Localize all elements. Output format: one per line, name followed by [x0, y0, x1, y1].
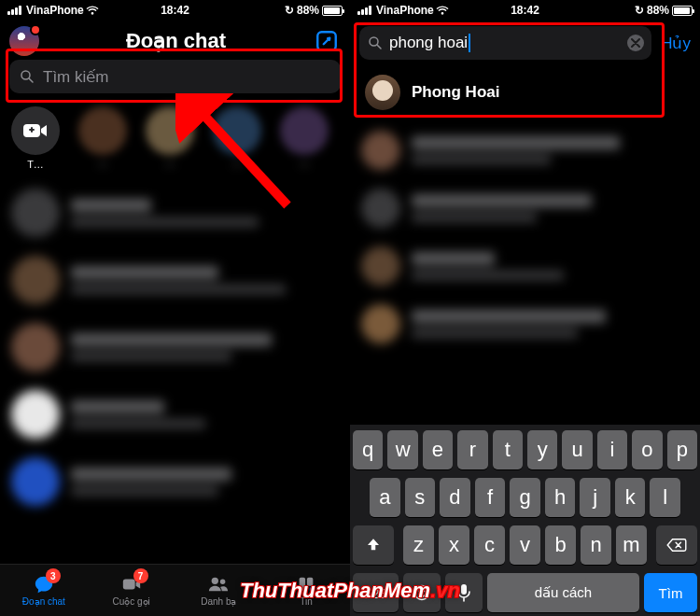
story-item[interactable]: ····: [280, 106, 329, 170]
close-icon: [631, 38, 640, 48]
chat-row[interactable]: [361, 179, 689, 237]
chat-row[interactable]: [11, 179, 339, 246]
key-o[interactable]: o: [632, 430, 662, 469]
space-key[interactable]: dấu cách: [487, 573, 639, 612]
shift-key[interactable]: [353, 525, 394, 565]
create-room-button[interactable]: T…: [11, 106, 60, 170]
chat-row[interactable]: [361, 237, 689, 295]
key-j[interactable]: j: [580, 478, 610, 517]
svg-point-17: [423, 590, 425, 592]
key-l[interactable]: l: [650, 478, 680, 517]
stories-row: T… ···· ···· ···· ····: [0, 101, 350, 179]
clear-search-button[interactable]: [627, 35, 644, 51]
search-icon: [367, 35, 384, 51]
key-x[interactable]: x: [439, 525, 469, 565]
key-b[interactable]: b: [545, 525, 576, 565]
svg-point-11: [310, 587, 315, 593]
chat-row[interactable]: [11, 314, 339, 381]
page-title: Đoạn chat: [39, 29, 313, 53]
emoji-icon: [413, 583, 431, 602]
video-plus-icon: [22, 121, 49, 140]
key-n[interactable]: n: [581, 525, 611, 565]
backspace-key[interactable]: [656, 525, 697, 565]
phone-right: VinaPhone 18:42 ↻ 88% phong hoai Hủy P: [350, 0, 700, 616]
tab-people-label: Danh bạ: [201, 596, 236, 607]
numbers-key[interactable]: 123: [353, 573, 399, 612]
key-c[interactable]: c: [474, 525, 505, 565]
key-t[interactable]: t: [493, 430, 523, 469]
chat-row[interactable]: [361, 295, 689, 353]
chat-row[interactable]: [11, 246, 339, 314]
create-room-label: T…: [27, 159, 44, 170]
search-result-row[interactable]: Phong Hoai: [350, 65, 700, 121]
key-e[interactable]: e: [423, 430, 453, 469]
text-cursor-icon: [469, 34, 470, 52]
tab-people[interactable]: Danh bạ: [175, 565, 263, 616]
key-y[interactable]: y: [527, 430, 557, 469]
chat-list[interactable]: [0, 179, 350, 515]
search-input[interactable]: phong hoai: [359, 26, 651, 60]
svg-point-7: [212, 578, 218, 584]
keyboard-search-key[interactable]: Tìm: [644, 573, 697, 612]
key-v[interactable]: v: [510, 525, 540, 565]
result-avatar-icon: [365, 75, 400, 110]
search-placeholder: Tìm kiếm: [43, 67, 108, 87]
dictation-key[interactable]: [445, 573, 483, 612]
tab-chats-badge: 3: [46, 568, 61, 583]
key-h[interactable]: h: [545, 478, 576, 517]
key-g[interactable]: g: [510, 478, 540, 517]
backspace-icon: [666, 538, 687, 553]
key-d[interactable]: d: [440, 478, 470, 517]
search-input[interactable]: Tìm kiếm: [9, 60, 341, 93]
svg-point-15: [414, 586, 428, 600]
tab-calls-badge: 7: [133, 568, 148, 583]
svg-point-8: [220, 580, 226, 585]
chat-row[interactable]: [11, 448, 339, 515]
key-s[interactable]: s: [405, 478, 436, 517]
svg-rect-6: [122, 580, 134, 590]
svg-point-1: [21, 71, 30, 79]
tab-calls-label: Cuộc gọi: [112, 596, 149, 607]
tab-stories-label: Tin: [300, 596, 313, 607]
chat-row[interactable]: [361, 121, 689, 179]
key-i[interactable]: i: [597, 430, 627, 469]
tab-stories[interactable]: Tin: [262, 565, 350, 616]
phone-left: VinaPhone 18:42 ↻ 88% Đoạn chat: [0, 0, 350, 616]
svg-rect-10: [307, 578, 313, 586]
story-item[interactable]: ····: [146, 106, 194, 170]
chat-row[interactable]: [11, 381, 339, 448]
svg-line-14: [377, 45, 381, 49]
status-bar: VinaPhone 18:42 ↻ 88%: [350, 0, 700, 21]
tab-chats[interactable]: 3 Đoạn chat: [0, 565, 88, 616]
people-icon: [206, 574, 231, 595]
svg-rect-5: [31, 127, 33, 133]
key-w[interactable]: w: [387, 430, 417, 469]
status-bar: VinaPhone 18:42 ↻ 88%: [0, 0, 350, 21]
story-item[interactable]: ····: [78, 106, 127, 170]
result-name-label: Phong Hoai: [412, 83, 499, 102]
compose-icon: [315, 29, 339, 53]
key-q[interactable]: q: [353, 430, 383, 469]
suggestion-list[interactable]: [350, 121, 700, 353]
profile-avatar[interactable]: [9, 26, 39, 56]
search-icon: [19, 68, 35, 85]
key-r[interactable]: r: [457, 430, 487, 469]
svg-rect-18: [461, 584, 467, 595]
shift-icon: [365, 537, 382, 553]
key-m[interactable]: m: [616, 525, 647, 565]
compose-button[interactable]: [313, 27, 341, 55]
key-a[interactable]: a: [370, 478, 400, 517]
key-u[interactable]: u: [562, 430, 592, 469]
key-f[interactable]: f: [475, 478, 506, 517]
tab-calls[interactable]: 7 Cuộc gọi: [88, 565, 175, 616]
key-z[interactable]: z: [403, 525, 434, 565]
emoji-key[interactable]: [403, 573, 441, 612]
svg-point-16: [418, 590, 420, 592]
key-k[interactable]: k: [615, 478, 646, 517]
tab-chats-label: Đoạn chat: [22, 596, 65, 607]
status-time: 18:42: [0, 4, 350, 17]
cancel-button[interactable]: Hủy: [661, 34, 691, 53]
key-p[interactable]: p: [667, 430, 697, 469]
story-item[interactable]: ····: [213, 106, 261, 170]
battery-icon: [322, 6, 343, 16]
